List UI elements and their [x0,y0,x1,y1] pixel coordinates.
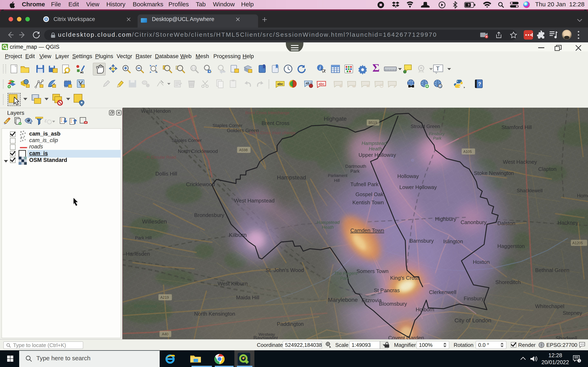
svg-text:ab: ab [306,81,310,85]
svg-text:Q: Q [439,85,441,88]
svg-text:a: a [81,70,84,74]
svg-text:ε: ε [44,117,47,124]
svg-text:1: 1 [579,359,580,362]
svg-text:abc: abc [319,82,324,86]
svg-text:1:1: 1:1 [192,67,196,70]
svg-text:T: T [436,65,440,72]
svg-text:?: ? [478,81,481,87]
svg-text:abc: abc [277,82,283,86]
